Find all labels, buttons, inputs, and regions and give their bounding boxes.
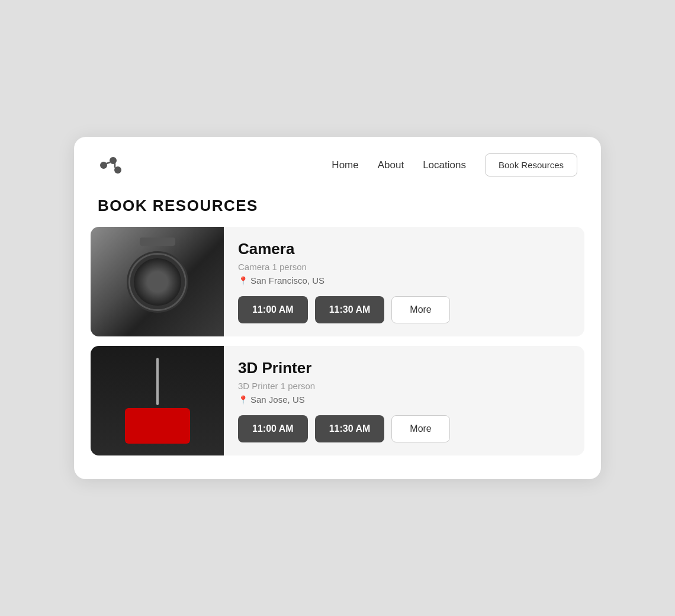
resource-card-3d-printer: 3D Printer 3D Printer 1 person 📍 San Jos…: [91, 346, 584, 455]
time-slot-camera-2[interactable]: 11:30 AM: [315, 296, 385, 323]
nav: Home About Locations Book Resources: [332, 153, 577, 177]
page-title: BOOK RESOURCES: [98, 197, 577, 215]
time-slot-printer-2[interactable]: 11:30 AM: [315, 415, 385, 442]
resource-subtitle-3d-printer: 3D Printer 1 person: [238, 381, 570, 391]
resource-subtitle-camera: Camera 1 person: [238, 262, 570, 272]
time-slot-camera-1[interactable]: 11:00 AM: [238, 296, 308, 323]
resource-location-camera: 📍 San Francisco, US: [238, 275, 570, 285]
logo: [98, 155, 124, 176]
logo-icon: [98, 155, 124, 176]
resource-card-camera: Camera Camera 1 person 📍 San Francisco, …: [91, 227, 584, 336]
svg-point-0: [100, 162, 107, 169]
header: Home About Locations Book Resources: [74, 137, 601, 191]
resource-name-3d-printer: 3D Printer: [238, 359, 570, 377]
resource-location-text-camera: San Francisco, US: [250, 275, 324, 285]
svg-line-3: [107, 162, 110, 163]
resource-info-3d-printer: 3D Printer 3D Printer 1 person 📍 San Jos…: [224, 346, 584, 455]
app-window: Home About Locations Book Resources BOOK…: [74, 137, 601, 479]
time-buttons-3d-printer: 11:00 AM 11:30 AM More: [238, 415, 570, 442]
time-buttons-camera: 11:00 AM 11:30 AM More: [238, 296, 570, 323]
nav-about[interactable]: About: [378, 159, 404, 171]
more-button-camera[interactable]: More: [391, 296, 449, 323]
nav-home[interactable]: Home: [332, 159, 358, 171]
more-button-3d-printer[interactable]: More: [391, 415, 449, 442]
nav-book-resources-button[interactable]: Book Resources: [485, 153, 577, 177]
resource-location-3d-printer: 📍 San Jose, US: [238, 394, 570, 405]
resource-location-text-3d-printer: San Jose, US: [250, 394, 305, 405]
location-icon-3d-printer: 📍: [238, 395, 248, 405]
nav-locations[interactable]: Locations: [423, 159, 466, 171]
resource-name-camera: Camera: [238, 240, 570, 258]
svg-point-1: [110, 157, 117, 164]
resource-info-camera: Camera Camera 1 person 📍 San Francisco, …: [224, 227, 584, 336]
resource-list: Camera Camera 1 person 📍 San Francisco, …: [74, 227, 601, 455]
location-icon-camera: 📍: [238, 276, 248, 285]
resource-image-camera: [91, 227, 224, 336]
resource-image-3d-printer: [91, 346, 224, 455]
time-slot-printer-1[interactable]: 11:00 AM: [238, 415, 308, 442]
